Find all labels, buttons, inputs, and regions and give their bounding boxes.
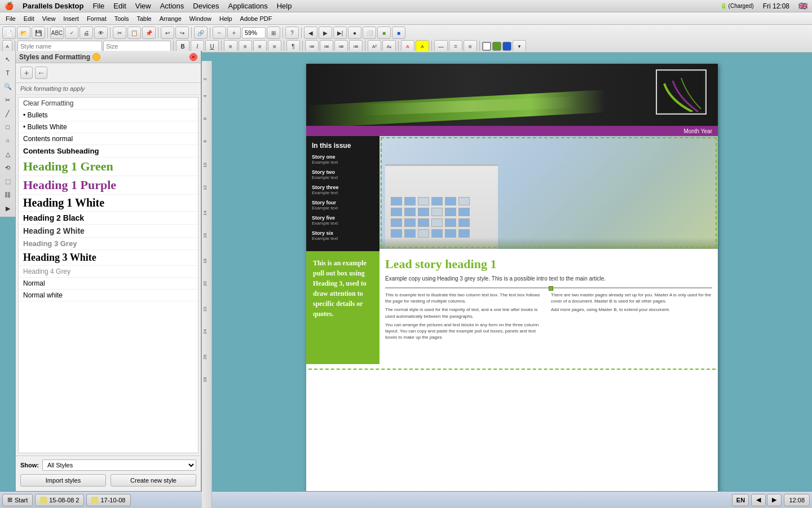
tb-zoom-out[interactable]: − (213, 27, 226, 39)
menu-edit[interactable]: Edit (20, 14, 38, 23)
minimize-button[interactable] (92, 53, 100, 61)
menu-table[interactable]: Table (133, 14, 155, 23)
styles-list[interactable]: Clear Formatting • Bullets • Bullets Whi… (18, 97, 198, 453)
mac-menu-help[interactable]: Help (277, 2, 292, 10)
language-button[interactable]: EN (732, 494, 749, 506)
back-btn[interactable]: ← (35, 67, 47, 79)
style-item-h1-green[interactable]: Heading 1 Green (19, 157, 198, 176)
tb-paste[interactable]: 📌 (142, 27, 156, 39)
scroll-left-btn[interactable]: ◀ (751, 494, 766, 506)
taskbar-file-2[interactable]: 17-10-08 (86, 494, 130, 506)
tb-cut[interactable]: ✂ (113, 27, 126, 39)
create-new-style-button[interactable]: Create new style (111, 474, 196, 487)
zoom-input[interactable] (242, 27, 266, 38)
tb-help[interactable]: ? (285, 27, 299, 39)
tool-ellipse[interactable]: ○ (2, 134, 14, 147)
pullout-box[interactable]: This is an example pull out box using He… (306, 251, 379, 364)
tb-open[interactable]: 📂 (17, 27, 30, 39)
mac-menu-file[interactable]: File (92, 2, 104, 10)
mac-menu-edit[interactable]: Edit (113, 2, 126, 10)
style-item-h2-white[interactable]: Heading 2 White (19, 225, 198, 238)
tool-line[interactable]: ╱ (2, 107, 14, 120)
style-item-h1-purple[interactable]: Heading 1 Purple (19, 176, 198, 195)
app-name[interactable]: Parallels Desktop (23, 2, 83, 10)
tool-select[interactable]: ↖ (2, 53, 14, 65)
style-item-bullets-white[interactable]: • Bullets White (19, 121, 198, 133)
style-item-bullets[interactable]: • Bullets (19, 110, 198, 121)
menu-arrange[interactable]: Arrange (156, 14, 185, 23)
tb-print[interactable]: 🖨 (80, 27, 93, 39)
style-item-h1-white[interactable]: Heading 1 White (19, 195, 198, 212)
menu-tools[interactable]: Tools (111, 14, 133, 23)
menu-help[interactable]: Help (216, 14, 236, 23)
import-styles-button[interactable]: Import styles (20, 474, 106, 487)
file-icon-2 (91, 497, 98, 503)
mac-menu-devices[interactable]: Devices (193, 2, 219, 10)
start-button[interactable]: ⊞ Start (2, 494, 33, 506)
tb-spell2[interactable]: ✓ (65, 27, 78, 39)
sep12 (302, 41, 303, 52)
story-2: Story two Example text (312, 169, 374, 180)
mac-menu-view[interactable]: View (135, 2, 151, 10)
tool-rect[interactable]: □ (2, 121, 14, 133)
tool-crop[interactable]: ✂ (2, 94, 14, 106)
tb-undo[interactable]: ↩ (161, 27, 174, 39)
menu-adobepdf[interactable]: Adobe PDF (237, 14, 276, 23)
page-container[interactable]: Month Year In this issue Story one Examp… (306, 64, 718, 508)
menu-format[interactable]: Format (83, 14, 110, 23)
menu-file[interactable]: File (2, 14, 19, 23)
app-menubar: File Edit View Insert Format Tools Table… (0, 12, 812, 25)
tb-green[interactable]: ■ (377, 27, 391, 39)
taskbar-file-1[interactable]: 15-08-08 2 (35, 494, 84, 506)
style-item-clear-formatting[interactable]: Clear Formatting (19, 98, 198, 110)
tb-frame[interactable]: ⬜ (363, 27, 376, 39)
show-select[interactable]: All Styles (42, 459, 196, 471)
tb-spell[interactable]: ABC (50, 27, 64, 39)
apple-menu[interactable]: 🍎 (5, 2, 14, 10)
tool-poly[interactable]: △ (2, 148, 14, 160)
style-item-h3-white[interactable]: Heading 3 White (19, 250, 198, 266)
mac-menu-actions[interactable]: Actions (160, 2, 184, 10)
doc-area[interactable]: 2 4 6 8 10 12 14 16 18 20 22 24 26 28 30… (202, 51, 812, 508)
tb-preview[interactable]: 👁 (94, 27, 108, 39)
style-item-contents-subheading[interactable]: Contents Subheading (19, 145, 198, 157)
newsletter-body: In this issue Story one Example text Sto… (306, 136, 718, 251)
style-item-h4-grey[interactable]: Heading 4 Grey (19, 266, 198, 278)
tb-link[interactable]: 🔗 (194, 27, 208, 39)
tool-transform[interactable]: ⟲ (2, 161, 14, 174)
tb-new[interactable]: 📄 (2, 27, 16, 39)
tool-zoom[interactable]: 🔍 (2, 80, 14, 93)
style-name-input[interactable] (17, 41, 102, 52)
style-item-h3-grey[interactable]: Heading 3 Grey (19, 238, 198, 250)
tb-nav2[interactable]: ▶ (319, 27, 332, 39)
tb-redo[interactable]: ↪ (175, 27, 189, 39)
tool-frame[interactable]: ⬚ (2, 175, 14, 187)
tb-zoom-page[interactable]: ⊞ (267, 27, 280, 39)
tb-copy[interactable]: 📋 (127, 27, 141, 39)
style-item-h2-black[interactable]: Heading 2 Black (19, 212, 198, 225)
menu-window[interactable]: Window (186, 14, 215, 23)
style-item-normal[interactable]: Normal (19, 278, 198, 290)
tb-color2[interactable] (492, 42, 501, 51)
mac-menu-applications[interactable]: Applications (228, 2, 268, 10)
style-item-contents-normal[interactable]: Contents normal (19, 133, 198, 145)
tb-nav1[interactable]: ◀ (304, 27, 317, 39)
close-button[interactable]: × (189, 53, 197, 61)
tb-color1[interactable] (482, 42, 491, 51)
menu-view[interactable]: View (39, 14, 59, 23)
tb-nav3[interactable]: ▶| (333, 27, 347, 39)
tb-color3[interactable] (502, 42, 511, 51)
tb-nav4[interactable]: ● (348, 27, 361, 39)
tool-text[interactable]: T (2, 67, 14, 79)
menu-insert[interactable]: Insert (60, 14, 82, 23)
tb-blue[interactable]: ■ (392, 27, 405, 39)
scroll-right-btn[interactable]: ▶ (767, 494, 782, 506)
col1-p2: The normal style is used for the majorit… (385, 306, 546, 319)
font-size-input[interactable] (103, 41, 171, 52)
new-style-btn[interactable]: + (20, 67, 33, 79)
tb-save[interactable]: 💾 (32, 27, 45, 39)
tool-chain[interactable]: ⛓ (2, 189, 14, 201)
tool-more[interactable]: ▶ (2, 202, 14, 214)
style-item-normal-white[interactable]: Normal white (19, 290, 198, 301)
tb-zoom-in[interactable]: + (227, 27, 241, 39)
